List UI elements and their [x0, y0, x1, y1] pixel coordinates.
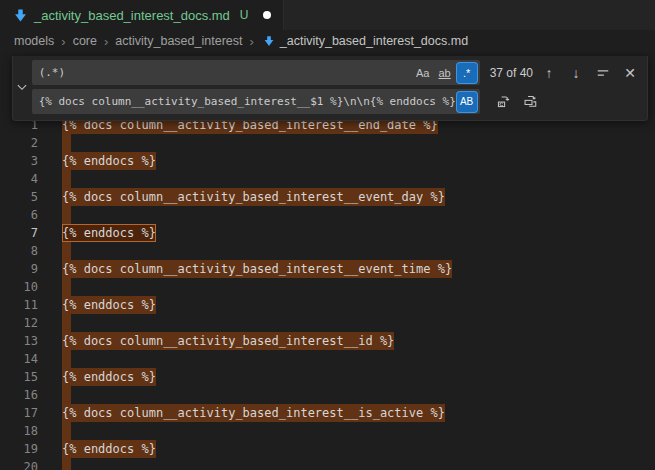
editor-line: 18 — [0, 422, 655, 440]
breadcrumb-separator-icon: › — [61, 34, 65, 49]
replace-input[interactable]: {% docs column__activity_based_interest_… — [32, 89, 480, 114]
match-highlight: {% enddocs %} — [62, 368, 156, 386]
git-status-badge: U — [240, 8, 249, 22]
line-number[interactable]: 15 — [0, 368, 38, 386]
line-content[interactable]: {% enddocs %} — [62, 152, 156, 170]
replace-button[interactable] — [493, 91, 515, 113]
find-input-value: (.*) — [39, 66, 411, 79]
match-highlight: {% enddocs %} — [62, 152, 156, 170]
breadcrumb-item-activity-based-interest[interactable]: activity_based_interest — [115, 34, 242, 48]
breadcrumb-item-file[interactable]: _activity_based_interest_docs.md — [280, 34, 468, 48]
editor-line: 5{% docs column__activity_based_interest… — [0, 188, 655, 206]
line-number[interactable]: 20 — [0, 458, 38, 470]
previous-match-button[interactable]: ↑ — [538, 62, 560, 84]
preserve-case-button[interactable]: AB — [457, 92, 477, 112]
line-content[interactable] — [62, 386, 71, 404]
editor-line: 19{% enddocs %} — [0, 440, 655, 458]
line-content[interactable] — [62, 170, 71, 188]
line-content[interactable] — [62, 242, 71, 260]
line-number[interactable]: 14 — [0, 350, 38, 368]
line-number[interactable]: 17 — [0, 404, 38, 422]
match-highlight: {% enddocs %} — [62, 440, 156, 458]
line-content[interactable]: {% docs column__activity_based_interest_… — [62, 188, 445, 206]
line-number[interactable]: 10 — [0, 278, 38, 296]
next-match-button[interactable]: ↓ — [565, 62, 587, 84]
editor-pane[interactable]: 1{% docs column__activity_based_interest… — [0, 52, 655, 470]
match-highlight: {% docs column__activity_based_interest_… — [62, 188, 445, 206]
match-highlight-newline — [62, 386, 71, 404]
editor-line: 9{% docs column__activity_based_interest… — [0, 260, 655, 278]
line-content[interactable]: {% docs column__activity_based_interest_… — [62, 404, 445, 422]
line-content[interactable]: {% enddocs %} — [62, 296, 156, 314]
markdown-file-icon — [263, 35, 275, 47]
replace-row: {% docs column__activity_based_interest_… — [32, 89, 641, 114]
editor-line: 6 — [0, 206, 655, 224]
editor-line: 12 — [0, 314, 655, 332]
line-content[interactable] — [62, 350, 71, 368]
replace-input-value: {% docs column__activity_based_interest_… — [39, 95, 455, 108]
line-number[interactable]: 19 — [0, 440, 38, 458]
line-number[interactable]: 5 — [0, 188, 38, 206]
line-content[interactable] — [62, 134, 71, 152]
line-number[interactable]: 2 — [0, 134, 38, 152]
breadcrumb-item-models[interactable]: models — [14, 34, 54, 48]
match-highlight-newline — [62, 134, 71, 152]
editor-line: 20 — [0, 458, 655, 470]
editor-line: 13{% docs column__activity_based_interes… — [0, 332, 655, 350]
line-number[interactable]: 6 — [0, 206, 38, 224]
replace-all-button[interactable] — [520, 91, 542, 113]
match-highlight-newline — [62, 206, 71, 224]
match-highlight: {% docs column__activity_based_interest_… — [62, 332, 394, 350]
line-content[interactable] — [62, 314, 71, 332]
match-highlight-newline — [62, 314, 71, 332]
editor-line: 14 — [0, 350, 655, 368]
line-content[interactable] — [62, 206, 71, 224]
line-number[interactable]: 18 — [0, 422, 38, 440]
whole-word-button[interactable]: ab — [435, 63, 455, 83]
line-number[interactable]: 3 — [0, 152, 38, 170]
match-highlight: {% docs column__activity_based_interest_… — [62, 404, 445, 422]
tab-active-file[interactable]: _activity_based_interest_docs.md U — [0, 0, 284, 30]
editor-line: 2 — [0, 134, 655, 152]
line-content[interactable]: {% enddocs %} — [62, 368, 156, 386]
line-number[interactable]: 16 — [0, 386, 38, 404]
vscode-window: _activity_based_interest_docs.md U model… — [0, 0, 655, 470]
line-number[interactable]: 9 — [0, 260, 38, 278]
current-match-highlight: {% enddocs %} — [62, 224, 156, 242]
toggle-replace-chevron-icon[interactable] — [13, 60, 32, 114]
breadcrumb-separator-icon: › — [104, 34, 108, 49]
editor-line: 3{% enddocs %} — [0, 152, 655, 170]
match-highlight-newline — [62, 242, 71, 260]
line-number[interactable]: 11 — [0, 296, 38, 314]
tab-filename: _activity_based_interest_docs.md — [34, 8, 230, 23]
results-count: 37 of 40 — [490, 66, 533, 80]
line-content[interactable]: {% docs column__activity_based_interest_… — [62, 332, 394, 350]
line-number[interactable]: 4 — [0, 170, 38, 188]
line-content[interactable]: {% enddocs %} — [62, 224, 156, 242]
match-highlight-newline — [62, 278, 71, 296]
find-input[interactable]: (.*) Aa ab .* — [32, 60, 480, 85]
match-case-button[interactable]: Aa — [413, 63, 433, 83]
line-content[interactable] — [62, 278, 71, 296]
match-highlight: {% docs column__activity_based_interest_… — [62, 260, 452, 278]
breadcrumb-item-core[interactable]: core — [73, 34, 97, 48]
line-number[interactable]: 7 — [0, 224, 38, 242]
close-button[interactable]: ✕ — [619, 62, 641, 84]
line-number[interactable]: 12 — [0, 314, 38, 332]
find-row: (.*) Aa ab .* 37 of 40 ↑ ↓ — [32, 60, 641, 85]
match-highlight-newline — [62, 350, 71, 368]
editor-line: 4 — [0, 170, 655, 188]
breadcrumb: models › core › activity_based_interest … — [0, 30, 655, 52]
find-in-selection-button[interactable] — [592, 62, 614, 84]
editor-line: 16 — [0, 386, 655, 404]
editor-line: 10 — [0, 278, 655, 296]
line-content[interactable]: {% docs column__activity_based_interest_… — [62, 260, 452, 278]
regex-button[interactable]: .* — [457, 63, 477, 83]
line-content[interactable]: {% enddocs %} — [62, 440, 156, 458]
line-content[interactable] — [62, 422, 71, 440]
line-number[interactable]: 13 — [0, 332, 38, 350]
match-highlight-newline — [62, 422, 71, 440]
unsaved-changes-dot[interactable] — [263, 11, 271, 19]
line-content[interactable] — [62, 458, 71, 470]
line-number[interactable]: 8 — [0, 242, 38, 260]
